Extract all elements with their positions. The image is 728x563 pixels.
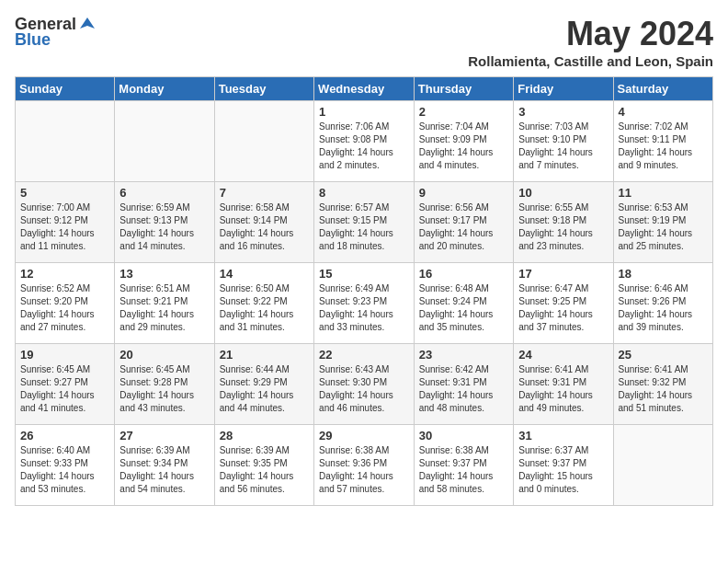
calendar-cell: 7Sunrise: 6:58 AM Sunset: 9:14 PM Daylig…	[214, 182, 313, 263]
day-number: 17	[518, 267, 608, 281]
calendar-cell: 9Sunrise: 6:56 AM Sunset: 9:17 PM Daylig…	[414, 182, 513, 263]
day-number: 7	[220, 186, 309, 200]
day-info: Sunrise: 6:53 AM Sunset: 9:19 PM Dayligh…	[619, 201, 709, 253]
day-number: 2	[419, 105, 508, 119]
day-of-week-header: Sunday	[16, 77, 115, 101]
calendar-cell: 30Sunrise: 6:38 AM Sunset: 9:37 PM Dayli…	[414, 425, 513, 506]
calendar-cell: 29Sunrise: 6:38 AM Sunset: 9:36 PM Dayli…	[314, 425, 415, 506]
day-info: Sunrise: 6:37 AM Sunset: 9:37 PM Dayligh…	[518, 444, 608, 496]
day-number: 3	[518, 105, 608, 119]
day-number: 29	[319, 429, 409, 442]
calendar-cell: 3Sunrise: 7:03 AM Sunset: 9:10 PM Daylig…	[514, 101, 613, 182]
calendar-cell: 23Sunrise: 6:42 AM Sunset: 9:31 PM Dayli…	[414, 344, 513, 425]
day-info: Sunrise: 6:48 AM Sunset: 9:24 PM Dayligh…	[419, 282, 508, 334]
day-info: Sunrise: 6:41 AM Sunset: 9:31 PM Dayligh…	[518, 363, 608, 415]
day-of-week-header: Friday	[514, 77, 613, 101]
calendar-cell: 21Sunrise: 6:44 AM Sunset: 9:29 PM Dayli…	[214, 344, 313, 425]
day-info: Sunrise: 7:04 AM Sunset: 9:09 PM Dayligh…	[419, 121, 508, 172]
day-info: Sunrise: 6:57 AM Sunset: 9:15 PM Dayligh…	[319, 201, 409, 253]
calendar-cell: 20Sunrise: 6:45 AM Sunset: 9:28 PM Dayli…	[115, 344, 214, 425]
calendar-cell	[115, 101, 214, 182]
calendar-cell: 11Sunrise: 6:53 AM Sunset: 9:19 PM Dayli…	[613, 182, 713, 263]
calendar-cell: 18Sunrise: 6:46 AM Sunset: 9:26 PM Dayli…	[613, 263, 713, 344]
calendar-cell: 8Sunrise: 6:57 AM Sunset: 9:15 PM Daylig…	[314, 182, 415, 263]
day-number: 1	[319, 105, 409, 119]
calendar-cell: 4Sunrise: 7:02 AM Sunset: 9:11 PM Daylig…	[613, 101, 713, 182]
day-of-week-header: Monday	[115, 77, 214, 101]
calendar-cell: 27Sunrise: 6:39 AM Sunset: 9:34 PM Dayli…	[115, 425, 214, 506]
calendar-cell: 22Sunrise: 6:43 AM Sunset: 9:30 PM Dayli…	[314, 344, 415, 425]
day-number: 4	[619, 105, 709, 119]
logo: General Blue	[15, 15, 97, 50]
day-number: 31	[518, 429, 608, 442]
header: General Blue May 2024 Rollamienta, Casti…	[15, 15, 713, 69]
day-info: Sunrise: 6:50 AM Sunset: 9:22 PM Dayligh…	[220, 282, 309, 334]
day-info: Sunrise: 6:59 AM Sunset: 9:13 PM Dayligh…	[119, 201, 209, 253]
day-info: Sunrise: 7:06 AM Sunset: 9:08 PM Dayligh…	[319, 121, 409, 172]
calendar-cell: 26Sunrise: 6:40 AM Sunset: 9:33 PM Dayli…	[16, 425, 115, 506]
day-info: Sunrise: 6:46 AM Sunset: 9:26 PM Dayligh…	[619, 282, 709, 334]
calendar-cell	[214, 101, 313, 182]
calendar-cell: 24Sunrise: 6:41 AM Sunset: 9:31 PM Dayli…	[514, 344, 613, 425]
calendar-cell	[16, 101, 115, 182]
day-info: Sunrise: 6:55 AM Sunset: 9:18 PM Dayligh…	[518, 201, 608, 253]
day-number: 21	[220, 348, 309, 362]
svg-marker-0	[80, 17, 95, 29]
day-number: 14	[220, 267, 309, 281]
calendar-header-row: SundayMondayTuesdayWednesdayThursdayFrid…	[16, 77, 713, 101]
calendar-week-row: 5Sunrise: 7:00 AM Sunset: 9:12 PM Daylig…	[16, 182, 713, 263]
day-info: Sunrise: 7:02 AM Sunset: 9:11 PM Dayligh…	[619, 121, 709, 172]
calendar-cell: 10Sunrise: 6:55 AM Sunset: 9:18 PM Dayli…	[514, 182, 613, 263]
day-info: Sunrise: 6:45 AM Sunset: 9:28 PM Dayligh…	[119, 363, 209, 415]
day-number: 10	[518, 186, 608, 200]
calendar-cell: 14Sunrise: 6:50 AM Sunset: 9:22 PM Dayli…	[214, 263, 313, 344]
day-number: 12	[20, 267, 109, 281]
day-info: Sunrise: 6:38 AM Sunset: 9:37 PM Dayligh…	[419, 444, 508, 496]
day-info: Sunrise: 6:52 AM Sunset: 9:20 PM Dayligh…	[20, 282, 109, 334]
day-info: Sunrise: 6:43 AM Sunset: 9:30 PM Dayligh…	[319, 363, 409, 415]
day-info: Sunrise: 6:45 AM Sunset: 9:27 PM Dayligh…	[20, 363, 109, 415]
day-info: Sunrise: 6:40 AM Sunset: 9:33 PM Dayligh…	[20, 444, 109, 496]
day-number: 26	[20, 429, 109, 442]
day-info: Sunrise: 6:38 AM Sunset: 9:36 PM Dayligh…	[319, 444, 409, 496]
day-number: 11	[619, 186, 709, 200]
calendar-week-row: 26Sunrise: 6:40 AM Sunset: 9:33 PM Dayli…	[16, 425, 713, 506]
day-number: 9	[419, 186, 508, 200]
day-info: Sunrise: 6:41 AM Sunset: 9:32 PM Dayligh…	[619, 363, 709, 415]
day-of-week-header: Wednesday	[314, 77, 415, 101]
day-number: 27	[119, 429, 209, 442]
day-number: 19	[20, 348, 109, 362]
day-number: 28	[220, 429, 309, 442]
day-number: 23	[419, 348, 508, 362]
day-of-week-header: Thursday	[414, 77, 513, 101]
title-area: May 2024 Rollamienta, Castille and Leon,…	[468, 15, 713, 69]
day-info: Sunrise: 7:00 AM Sunset: 9:12 PM Dayligh…	[20, 201, 109, 253]
day-info: Sunrise: 6:39 AM Sunset: 9:35 PM Dayligh…	[220, 444, 309, 496]
calendar-cell: 2Sunrise: 7:04 AM Sunset: 9:09 PM Daylig…	[414, 101, 513, 182]
calendar-cell: 31Sunrise: 6:37 AM Sunset: 9:37 PM Dayli…	[514, 425, 613, 506]
day-number: 25	[619, 348, 709, 362]
calendar-title: May 2024	[468, 15, 713, 53]
calendar-cell: 12Sunrise: 6:52 AM Sunset: 9:20 PM Dayli…	[16, 263, 115, 344]
day-info: Sunrise: 6:44 AM Sunset: 9:29 PM Dayligh…	[220, 363, 309, 415]
calendar-cell: 13Sunrise: 6:51 AM Sunset: 9:21 PM Dayli…	[115, 263, 214, 344]
calendar-cell: 25Sunrise: 6:41 AM Sunset: 9:32 PM Dayli…	[613, 344, 713, 425]
day-number: 20	[119, 348, 209, 362]
calendar-cell: 1Sunrise: 7:06 AM Sunset: 9:08 PM Daylig…	[314, 101, 415, 182]
day-number: 22	[319, 348, 409, 362]
day-info: Sunrise: 6:39 AM Sunset: 9:34 PM Dayligh…	[119, 444, 209, 496]
day-number: 13	[119, 267, 209, 281]
day-of-week-header: Tuesday	[214, 77, 313, 101]
calendar-cell: 17Sunrise: 6:47 AM Sunset: 9:25 PM Dayli…	[514, 263, 613, 344]
calendar-cell: 5Sunrise: 7:00 AM Sunset: 9:12 PM Daylig…	[16, 182, 115, 263]
calendar-cell: 19Sunrise: 6:45 AM Sunset: 9:27 PM Dayli…	[16, 344, 115, 425]
calendar-cell: 16Sunrise: 6:48 AM Sunset: 9:24 PM Dayli…	[414, 263, 513, 344]
calendar-week-row: 19Sunrise: 6:45 AM Sunset: 9:27 PM Dayli…	[16, 344, 713, 425]
day-number: 15	[319, 267, 409, 281]
calendar-table: SundayMondayTuesdayWednesdayThursdayFrid…	[15, 76, 713, 506]
day-info: Sunrise: 6:56 AM Sunset: 9:17 PM Dayligh…	[419, 201, 508, 253]
day-number: 5	[20, 186, 109, 200]
calendar-week-row: 12Sunrise: 6:52 AM Sunset: 9:20 PM Dayli…	[16, 263, 713, 344]
day-info: Sunrise: 6:49 AM Sunset: 9:23 PM Dayligh…	[319, 282, 409, 334]
calendar-cell: 28Sunrise: 6:39 AM Sunset: 9:35 PM Dayli…	[214, 425, 313, 506]
